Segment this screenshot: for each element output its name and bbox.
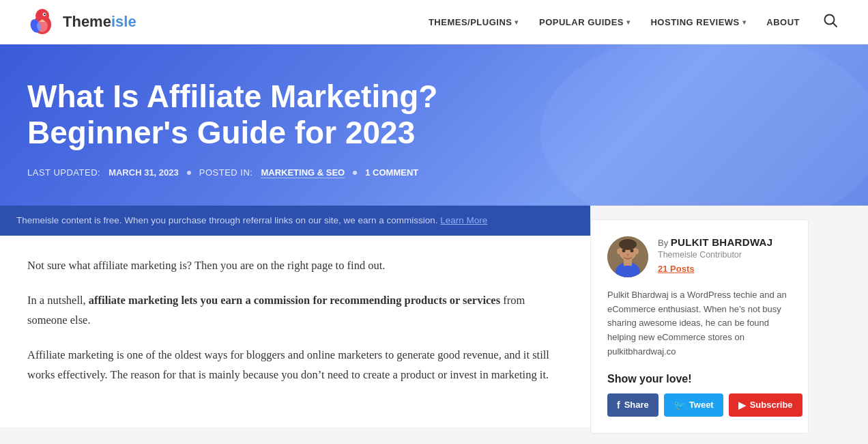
author-name: PULKIT BHARDWAJ <box>671 236 773 248</box>
youtube-subscribe-button[interactable]: ▶ Subscribe <box>729 393 802 417</box>
comment-count: 1 COMMENT <box>365 167 418 178</box>
main-nav: THEMES/PLUGINS ▾ POPULAR GUIDES ▾ HOSTIN… <box>429 10 841 34</box>
chevron-down-icon: ▾ <box>626 18 631 26</box>
author-info: By PULKIT BHARDWAJ Themeisle Contributor… <box>658 236 792 275</box>
content-wrapper: Themeisle content is free. When you purc… <box>0 206 868 444</box>
svg-line-8 <box>833 23 837 27</box>
twitter-tweet-button[interactable]: 🐦 Tweet <box>664 393 723 417</box>
svg-point-18 <box>626 253 629 255</box>
author-role: Themeisle Contributor <box>658 250 792 260</box>
svg-rect-13 <box>624 259 632 266</box>
youtube-subscribe-label: Subscribe <box>750 400 793 410</box>
facebook-share-label: Share <box>624 400 649 410</box>
author-avatar <box>607 236 648 277</box>
svg-point-5 <box>44 14 46 16</box>
logo-bird-icon <box>27 7 57 37</box>
nav-about[interactable]: ABOUT <box>766 17 800 27</box>
article-meta: LAST UPDATED: MARCH 31, 2023 POSTED IN: … <box>27 167 841 178</box>
youtube-icon: ▶ <box>738 400 746 411</box>
publish-date: MARCH 31, 2023 <box>108 167 179 178</box>
learn-more-link[interactable]: Learn More <box>440 215 487 225</box>
disclaimer-text: Themeisle content is free. When you purc… <box>16 215 438 225</box>
category-link[interactable]: MARKETING & SEO <box>261 167 345 178</box>
posted-in-label: POSTED IN: <box>199 167 253 178</box>
disclaimer-bar: Themeisle content is free. When you purc… <box>0 206 590 236</box>
social-buttons: f Share 🐦 Tweet ▶ Subscribe <box>607 393 792 417</box>
nav-popular-guides[interactable]: POPULAR GUIDES ▾ <box>539 17 631 27</box>
para2-bold: affiliate marketing lets you earn a comm… <box>89 294 500 307</box>
search-button[interactable] <box>820 10 841 34</box>
show-love-heading: Show your love! <box>607 373 792 385</box>
twitter-tweet-label: Tweet <box>689 400 714 410</box>
svg-point-17 <box>631 249 634 252</box>
chevron-down-icon: ▾ <box>515 18 519 26</box>
avatar-image <box>607 236 648 277</box>
article-title: What Is Affiliate Marketing? Beginner's … <box>27 79 607 151</box>
svg-point-15 <box>635 249 639 254</box>
nav-themes-plugins[interactable]: THEMES/PLUGINS ▾ <box>429 17 519 27</box>
hero-section: What Is Affiliate Marketing? Beginner's … <box>0 44 868 206</box>
logo-link[interactable]: Themeisle <box>27 7 136 37</box>
svg-point-6 <box>37 20 48 32</box>
nav-hosting-reviews[interactable]: HOSTING REVIEWS ▾ <box>650 17 746 27</box>
meta-separator-2 <box>353 171 357 175</box>
logo-text: Themeisle <box>63 13 136 31</box>
chevron-down-icon: ▾ <box>742 18 747 26</box>
sidebar: By PULKIT BHARDWAJ Themeisle Contributor… <box>590 206 822 444</box>
para2-prefix: In a nutshell, <box>27 294 89 307</box>
article-body: Not sure what affiliate marketing is? Th… <box>0 236 590 427</box>
author-posts-link[interactable]: 21 Posts <box>658 264 694 274</box>
meta-separator-1 <box>187 171 191 175</box>
svg-point-14 <box>617 249 621 254</box>
last-updated-label: LAST UPDATED: <box>27 167 100 178</box>
author-top: By PULKIT BHARDWAJ Themeisle Contributor… <box>607 236 792 277</box>
site-header: Themeisle THEMES/PLUGINS ▾ POPULAR GUIDE… <box>0 0 868 44</box>
article-para-1: Not sure what affiliate marketing is? Th… <box>27 256 563 276</box>
by-label: By <box>658 238 668 248</box>
facebook-icon: f <box>617 400 620 411</box>
article-para-2: In a nutshell, affiliate marketing lets … <box>27 291 563 331</box>
facebook-share-button[interactable]: f Share <box>607 393 659 417</box>
svg-point-16 <box>622 249 626 252</box>
search-icon <box>823 13 838 28</box>
logo-text-accent: isle <box>111 13 136 30</box>
author-bio: Pulkit Bhardwaj is a WordPress techie an… <box>607 288 792 359</box>
author-card: By PULKIT BHARDWAJ Themeisle Contributor… <box>590 219 809 434</box>
article-para-3: Affiliate marketing is one of the oldest… <box>27 346 563 385</box>
main-content: Themeisle content is free. When you purc… <box>0 206 590 428</box>
author-by: By PULKIT BHARDWAJ <box>658 236 792 248</box>
twitter-icon: 🐦 <box>674 400 685 411</box>
svg-point-11 <box>619 239 637 250</box>
